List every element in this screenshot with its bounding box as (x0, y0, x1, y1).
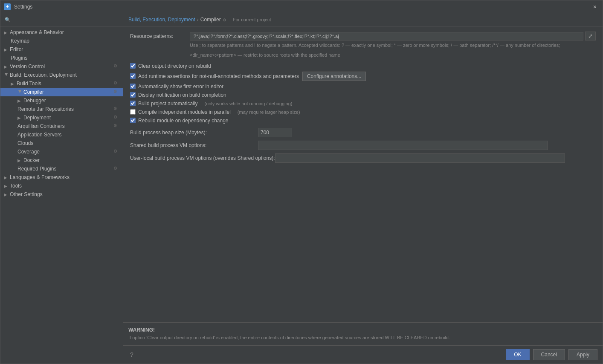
resource-patterns-label: Resource patterns: (130, 32, 190, 39)
breadcrumb-current: Compiler (200, 17, 221, 23)
rebuild-module-checkbox[interactable] (130, 118, 136, 123)
search-box: 🔍 (0, 13, 123, 26)
sidebar-item-plugins[interactable]: Plugins (0, 54, 123, 62)
sidebar-item-label: Editor (10, 46, 23, 52)
search-input[interactable] (12, 17, 119, 23)
close-button[interactable]: × (591, 3, 599, 11)
sidebar-item-label: Application Servers (17, 132, 61, 138)
auto-show-error-label[interactable]: Automatically show first error in editor (138, 84, 223, 90)
checkbox-rebuild-module: Rebuild module on dependency change (130, 118, 596, 124)
warning-section: WARNING! If option 'Clear output directo… (123, 322, 603, 345)
build-auto-note: (only works while not running / debuggin… (204, 101, 292, 106)
ok-button[interactable]: OK (506, 349, 529, 360)
breadcrumb-parent[interactable]: Build, Execution, Deployment (128, 17, 195, 23)
compile-parallel-note: (may require larger heap size) (238, 110, 300, 115)
title-bar: ✦ Settings × (0, 0, 603, 13)
sidebar-item-app-servers[interactable]: Application Servers (0, 130, 123, 139)
sidebar-item-docker[interactable]: ▶ Docker (0, 156, 123, 165)
breadcrumb-separator: › (197, 17, 199, 23)
settings-icon: ⚙ (113, 64, 119, 69)
sidebar-item-version-control[interactable]: ▶ Version Control ⚙ (0, 62, 123, 71)
arrow-icon: ▶ (4, 30, 9, 35)
arrow-icon: ▶ (4, 175, 9, 180)
sidebar-item-deployment[interactable]: ▶ Deployment ⚙ (0, 113, 123, 122)
sidebar-item-appearance[interactable]: ▶ Appearance & Behavior (0, 28, 123, 37)
resource-patterns-input[interactable] (190, 32, 583, 40)
help-icon[interactable]: ? (130, 351, 133, 358)
settings-content: Resource patterns: ⤢ Use ; to separate p… (123, 26, 603, 322)
checkbox-auto-show-error: Automatically show first error in editor (130, 84, 596, 90)
compile-parallel-checkbox[interactable] (130, 109, 136, 115)
user-local-vm-input[interactable] (275, 153, 565, 163)
sidebar-item-editor[interactable]: ▶ Editor (0, 45, 123, 54)
rebuild-module-label[interactable]: Rebuild module on dependency change (138, 118, 229, 124)
add-runtime-label[interactable]: Add runtime assertions for not-null-anno… (138, 73, 299, 79)
settings-icon: ⚙ (113, 123, 119, 129)
arrow-expanded-icon: ▶ (18, 90, 23, 95)
button-bar: ? OK Cancel Apply (123, 345, 603, 364)
build-auto-checkbox[interactable] (130, 101, 136, 106)
configure-annotations-button[interactable]: Configure annotations... (302, 72, 366, 81)
sidebar-item-label: Debugger (23, 98, 46, 104)
shared-vm-input[interactable] (258, 141, 548, 150)
display-notification-checkbox[interactable] (130, 92, 136, 98)
sidebar-item-debugger[interactable]: ▶ Debugger (0, 96, 123, 105)
heap-size-row: Build process heap size (Mbytes): (130, 128, 596, 137)
arrow-icon: ▶ (17, 158, 23, 163)
settings-icon: ⚙ (113, 89, 119, 95)
add-runtime-checkbox[interactable] (130, 73, 136, 79)
auto-show-error-checkbox[interactable] (130, 84, 136, 89)
build-auto-label[interactable]: Build project automatically (138, 101, 197, 107)
user-local-vm-label: User-local build process VM options (ove… (130, 155, 275, 161)
sidebar-item-label: Docker (23, 157, 40, 163)
sidebar-item-required-plugins[interactable]: Required Plugins ⚙ (0, 165, 123, 173)
heap-size-input[interactable] (258, 128, 292, 137)
expand-button[interactable]: ⤢ (585, 32, 596, 40)
sidebar-item-label: Keymap (11, 38, 29, 44)
settings-icon: ⚙ (113, 81, 119, 87)
user-local-vm-row: User-local build process VM options (ove… (130, 153, 596, 163)
sidebar-item-label: Compiler (23, 89, 44, 95)
sidebar-item-label: Tools (10, 183, 22, 189)
apply-button[interactable]: Apply (568, 349, 597, 360)
checkbox-with-button: Add runtime assertions for not-null-anno… (138, 72, 366, 81)
settings-icon: ⚙ (113, 106, 119, 112)
search-row: 🔍 (4, 16, 119, 23)
arrow-icon: ▶ (11, 81, 16, 86)
sidebar-item-tools[interactable]: ▶ Tools (0, 182, 123, 190)
help-area: ? (128, 351, 502, 358)
sidebar-item-arquillian[interactable]: Arquillian Containers ⚙ (0, 122, 123, 130)
cancel-button[interactable]: Cancel (533, 349, 565, 360)
sidebar-item-remote-jar[interactable]: Remote Jar Repositories ⚙ (0, 105, 123, 113)
arrow-expanded-icon: ▶ (4, 72, 9, 78)
settings-main: Build, Execution, Deployment › Compiler … (123, 13, 603, 364)
sidebar-item-build-execution[interactable]: ▶ Build, Execution, Deployment (0, 71, 123, 79)
clear-output-checkbox[interactable] (130, 63, 136, 69)
display-notification-label[interactable]: Display notification on build completion (138, 92, 226, 98)
sidebar-item-label: Deployment (23, 115, 51, 121)
arrow-icon: ▶ (4, 64, 9, 69)
shared-vm-row: Shared build process VM options: (130, 141, 596, 150)
checkbox-build-auto: Build project automatically (only works … (130, 101, 596, 107)
sidebar-item-coverage[interactable]: Coverage ⚙ (0, 147, 123, 156)
sidebar-item-keymap[interactable]: Keymap (0, 37, 123, 45)
resource-input-area: ⤢ Use ; to separate patterns and ! to ne… (190, 32, 596, 61)
sidebar-item-clouds[interactable]: Clouds (0, 139, 123, 147)
app-icon: ✦ (4, 3, 11, 10)
settings-icon: ⚙ (113, 166, 119, 172)
arrow-icon: ▶ (4, 47, 9, 52)
arrow-icon: ▶ (4, 184, 9, 188)
clear-output-label[interactable]: Clear output directory on rebuild (138, 63, 211, 69)
hint-text-line2: <dir_name>:<pattern> — restrict to sourc… (190, 52, 596, 60)
sidebar-item-other-settings[interactable]: ▶ Other Settings (0, 190, 123, 199)
checkbox-display-notification: Display notification on build completion (130, 92, 596, 98)
resource-patterns-row: Resource patterns: ⤢ Use ; to separate p… (130, 32, 596, 61)
arrow-icon: ▶ (17, 98, 23, 103)
sidebar-item-compiler[interactable]: ▶ Compiler ⚙ (0, 88, 123, 96)
sidebar-item-languages[interactable]: ▶ Languages & Frameworks (0, 173, 123, 182)
sidebar-item-build-tools[interactable]: ▶ Build Tools ⚙ (0, 79, 123, 88)
compile-parallel-label[interactable]: Compile independent modules in parallel (138, 109, 231, 115)
warning-title: WARNING! (128, 327, 597, 333)
sidebar-item-label: Build, Execution, Deployment (10, 72, 77, 78)
sidebar-item-label: Appearance & Behavior (10, 29, 64, 35)
